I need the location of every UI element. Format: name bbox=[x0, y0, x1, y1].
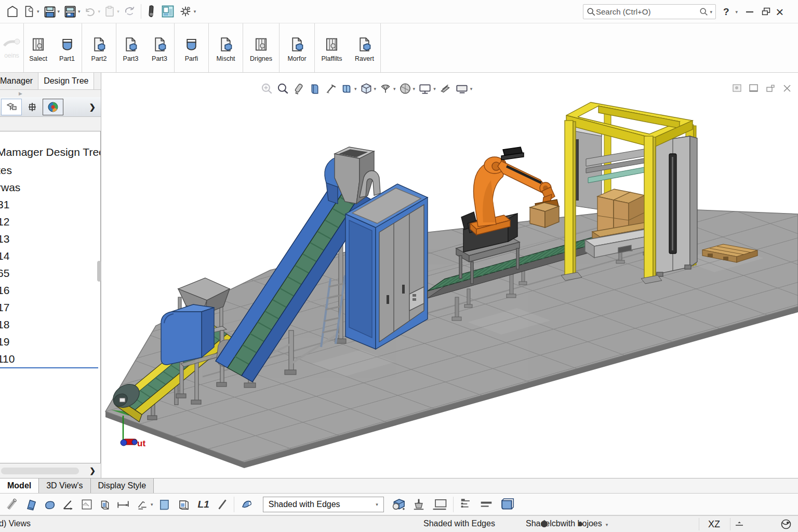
view-settings-button[interactable] bbox=[438, 82, 452, 96]
panel-vertical-scrollbar-thumb[interactable] bbox=[97, 261, 101, 282]
sketch-tool-button[interactable] bbox=[324, 82, 337, 96]
sketch-button[interactable]: ▾ bbox=[133, 495, 155, 514]
ribbon-tab-part3a[interactable]: Part3 bbox=[116, 23, 145, 72]
edit-appearance-button[interactable]: ▾ bbox=[398, 82, 416, 96]
dropdown-caret-icon[interactable]: ▾ bbox=[151, 502, 153, 507]
ribbon-partial-tab[interactable]: oeins bbox=[0, 23, 23, 72]
configurations-tab-button[interactable] bbox=[22, 99, 43, 115]
ribbon-tab-ravert[interactable]: Ravert bbox=[349, 23, 381, 72]
view-orientation-button[interactable]: ▾ bbox=[340, 82, 357, 96]
tree-item[interactable]: 110 bbox=[0, 350, 98, 368]
ribbon-tab-part1[interactable]: Part1 bbox=[52, 23, 82, 72]
dropdown-caret-icon[interactable]: ▾ bbox=[413, 86, 416, 91]
image-frame-button[interactable] bbox=[78, 495, 96, 514]
ribbon-tab-drignes[interactable]: Drignes bbox=[243, 23, 279, 72]
dropdown-caret-icon[interactable]: ▾ bbox=[37, 9, 39, 14]
tree-item[interactable]: 12 bbox=[0, 213, 100, 230]
ribbon-tab-morfor[interactable]: Morfor bbox=[279, 23, 314, 72]
save-button[interactable]: ▾ bbox=[41, 3, 62, 20]
zoom-to-area-button[interactable] bbox=[276, 82, 289, 96]
scrollbar-thumb[interactable] bbox=[1, 468, 79, 474]
appearances-tab-button[interactable] bbox=[43, 99, 63, 115]
dropdown-caret-icon[interactable]: ▾ bbox=[393, 86, 396, 91]
status-plane-label[interactable]: XZ bbox=[708, 519, 720, 530]
units-caret-icon[interactable] bbox=[735, 521, 745, 528]
dropdown-caret-icon[interactable]: ▾ bbox=[58, 9, 60, 14]
dropdown-caret-icon[interactable]: ▾ bbox=[98, 9, 101, 14]
search-input[interactable] bbox=[596, 7, 699, 16]
tree-item[interactable]: 18 bbox=[0, 316, 100, 333]
tree-item[interactable]: 16 bbox=[0, 282, 100, 299]
model-blue-cabinet[interactable] bbox=[345, 184, 428, 349]
dropdown-caret-icon[interactable]: ▾ bbox=[117, 9, 119, 14]
dropdown-caret-icon[interactable]: ▾ bbox=[354, 86, 357, 91]
restore-window-icon[interactable] bbox=[766, 84, 775, 92]
rod-tool-button[interactable] bbox=[3, 495, 22, 514]
blue-plane-button[interactable] bbox=[155, 495, 174, 514]
customize-button[interactable]: ▾ bbox=[177, 3, 198, 20]
tree-item[interactable]: tes bbox=[0, 162, 100, 179]
angle-measure-button[interactable] bbox=[59, 495, 78, 514]
box-tool-button[interactable] bbox=[96, 495, 113, 514]
dropdown-caret-icon[interactable]: ▾ bbox=[374, 86, 377, 91]
eraser-tool-button[interactable] bbox=[144, 3, 159, 20]
tree-item[interactable]: 17 bbox=[0, 299, 100, 316]
home-button[interactable] bbox=[4, 3, 21, 20]
rebuild-button[interactable] bbox=[121, 3, 138, 20]
feature-tree-tab-button[interactable] bbox=[1, 99, 22, 115]
panel-expand-arrow[interactable]: ❯ bbox=[89, 102, 96, 112]
list-view-button[interactable] bbox=[456, 495, 476, 514]
apply-scene-button[interactable]: ▾ bbox=[418, 82, 436, 96]
help-button[interactable]: ? bbox=[723, 6, 729, 18]
expand-triangle-icon[interactable]: ▶ bbox=[19, 91, 22, 96]
maximize-icon[interactable] bbox=[749, 84, 759, 92]
preview-window-button[interactable] bbox=[159, 3, 177, 20]
dropdown-caret-icon[interactable]: ▾ bbox=[606, 522, 608, 527]
scroll-right-arrow[interactable]: ❯ bbox=[89, 467, 96, 475]
restore-button[interactable] bbox=[762, 7, 770, 16]
dropdown-caret-icon[interactable]: ▾ bbox=[194, 9, 196, 14]
plane-tool-button[interactable] bbox=[22, 495, 41, 514]
close-document-icon[interactable] bbox=[782, 84, 792, 92]
camera-view-button[interactable]: ▾ bbox=[455, 82, 473, 96]
new-document-button[interactable]: ▾ bbox=[21, 3, 41, 20]
drop-tool-button[interactable] bbox=[409, 495, 429, 514]
section-view-button[interactable] bbox=[308, 83, 321, 96]
dropdown-caret-icon[interactable]: ▾ bbox=[78, 9, 81, 14]
undo-button[interactable]: ▾ bbox=[82, 3, 102, 20]
save-as-button[interactable]: ▾ bbox=[61, 3, 82, 20]
graphics-viewport[interactable]: ut bbox=[101, 73, 798, 481]
tab-manager[interactable]: Manager bbox=[0, 73, 38, 89]
display-style-combobox[interactable]: Shaded with Edges ▾ bbox=[263, 497, 384, 512]
surface-tool-button[interactable] bbox=[41, 495, 59, 514]
line-weights-button[interactable] bbox=[476, 495, 497, 514]
hide-show-items-button[interactable]: ▾ bbox=[379, 82, 396, 96]
dropdown-caret-icon[interactable]: ▾ bbox=[433, 86, 436, 91]
tab-3d-views[interactable]: 3D View's bbox=[39, 478, 90, 493]
flat-display-button[interactable] bbox=[429, 495, 450, 514]
search-options-caret-icon[interactable]: ▾ bbox=[710, 9, 712, 15]
display-style-button[interactable]: ▾ bbox=[360, 82, 377, 96]
tree-item[interactable]: 65 bbox=[0, 264, 100, 282]
panel-horizontal-scrollbar[interactable]: ❯ bbox=[0, 465, 101, 476]
tab-design-tree[interactable]: Design Tree bbox=[38, 73, 94, 89]
previous-view-button[interactable] bbox=[292, 82, 305, 96]
printer-box-button[interactable] bbox=[174, 495, 194, 514]
search-box[interactable]: ▾ bbox=[583, 4, 716, 19]
tree-item[interactable]: rwas bbox=[0, 179, 100, 196]
ribbon-tab-salect[interactable]: Salect bbox=[23, 23, 52, 72]
zoom-to-fit-button[interactable] bbox=[260, 82, 273, 96]
close-button[interactable]: × bbox=[776, 7, 783, 17]
paste-button[interactable]: ▾ bbox=[102, 3, 121, 20]
dropdown-caret-icon[interactable]: ▾ bbox=[470, 86, 473, 91]
status-display-style-1[interactable]: Shaded with Edges bbox=[423, 519, 495, 528]
tree-item[interactable]: 31 bbox=[0, 196, 100, 213]
dimension-tool-button[interactable] bbox=[113, 495, 133, 514]
viewport-box-button[interactable] bbox=[497, 495, 517, 514]
ribbon-tab-plaffilts[interactable]: Plaffilts bbox=[314, 23, 349, 72]
box-circle-button[interactable] bbox=[388, 495, 409, 514]
line-tool-button[interactable] bbox=[214, 495, 231, 514]
l1-note-button[interactable]: L1 bbox=[194, 495, 214, 514]
ribbon-tab-mischt[interactable]: Mischt bbox=[208, 23, 243, 72]
ribbon-tab-part3b[interactable]: Part3 bbox=[145, 23, 174, 72]
